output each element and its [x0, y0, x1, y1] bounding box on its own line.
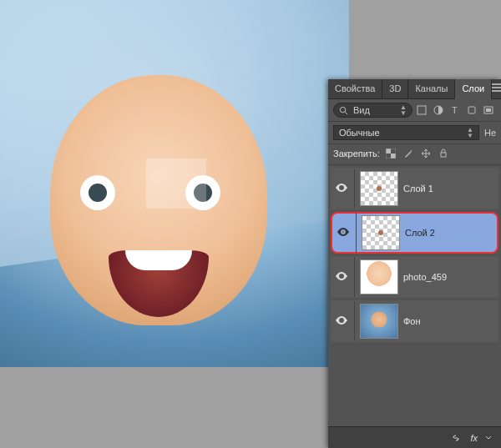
link-layers-icon[interactable]: [450, 432, 462, 444]
svg-text:T: T: [452, 105, 458, 115]
visibility-toggle-icon[interactable]: [337, 228, 349, 238]
svg-rect-9: [391, 154, 396, 159]
lock-position-icon[interactable]: [420, 148, 432, 159]
lock-label: Закрепить:: [333, 148, 380, 159]
svg-point-0: [340, 107, 345, 112]
canvas-area[interactable]: [0, 0, 355, 448]
layer-thumbnail[interactable]: [360, 259, 398, 294]
layer-name[interactable]: Фон: [403, 316, 421, 326]
filter-smart-icon[interactable]: [483, 104, 494, 116]
divider: [354, 257, 355, 297]
svg-point-14: [341, 275, 343, 278]
tab-properties[interactable]: Свойства: [328, 79, 382, 98]
chevron-down-icon[interactable]: [483, 432, 494, 444]
layer-row[interactable]: Слой 1: [331, 168, 498, 209]
blend-mode-select[interactable]: Обычные ▲▼: [333, 125, 479, 140]
layer-name[interactable]: photo_459: [403, 272, 447, 282]
panel-menu-icon[interactable]: [492, 79, 501, 98]
blend-opacity-row: Обычные ▲▼ Не: [328, 122, 501, 144]
divider: [354, 301, 355, 341]
filter-adjust-icon[interactable]: [433, 104, 444, 116]
eye-left: [80, 175, 115, 210]
visibility-toggle-icon[interactable]: [336, 316, 347, 326]
filter-type-icons: T: [416, 104, 496, 116]
svg-rect-8: [386, 148, 391, 154]
lock-pixels-icon[interactable]: [402, 148, 414, 159]
svg-point-13: [342, 231, 345, 234]
source-patch-rect: [146, 159, 206, 209]
panel-tabs: Свойства 3D Каналы Слои: [328, 79, 501, 99]
divider: [354, 169, 355, 209]
tab-channels[interactable]: Каналы: [408, 79, 455, 98]
filter-pixel-icon[interactable]: [416, 104, 428, 116]
svg-rect-11: [441, 153, 446, 157]
layer-name[interactable]: Слой 2: [405, 228, 435, 238]
filter-shape-icon[interactable]: [466, 104, 478, 116]
layers-list: Слой 1 Слой 2 photo_459 Фон: [328, 165, 501, 345]
layer-name[interactable]: Слой 1: [403, 184, 433, 194]
layer-row[interactable]: photo_459: [331, 256, 498, 298]
layer-row[interactable]: Слой 2: [331, 212, 498, 254]
svg-rect-5: [468, 107, 475, 113]
svg-point-15: [341, 320, 343, 322]
chevron-updown-icon: ▲▼: [400, 104, 407, 116]
chevron-updown-icon: ▲▼: [467, 127, 473, 138]
artboard: [0, 0, 349, 367]
visibility-toggle-icon[interactable]: [336, 184, 347, 194]
divider: [356, 213, 357, 253]
filter-text-icon[interactable]: T: [449, 104, 461, 116]
lock-row: Закрепить:: [328, 144, 501, 165]
opacity-label: Не: [484, 128, 496, 138]
layer-filter-select[interactable]: Вид ▲▼: [333, 103, 412, 118]
layers-panel: Свойства 3D Каналы Слои Вид ▲▼ T Обычные…: [328, 79, 501, 448]
layer-style-label[interactable]: fx: [470, 433, 478, 443]
tab-3d[interactable]: 3D: [382, 79, 408, 98]
layers-bottom-toolbar: fx: [328, 426, 501, 448]
layer-row[interactable]: Фон: [331, 300, 498, 342]
svg-point-12: [341, 187, 343, 189]
layer-filter-label: Вид: [353, 105, 370, 115]
tab-layers[interactable]: Слои: [455, 79, 492, 99]
svg-line-1: [345, 112, 347, 114]
svg-rect-7: [486, 108, 491, 112]
layer-filter-row: Вид ▲▼ T: [328, 99, 501, 122]
layer-thumbnail[interactable]: [360, 304, 398, 339]
visibility-toggle-icon[interactable]: [336, 272, 347, 282]
mouth: [109, 250, 209, 317]
layer-thumbnail[interactable]: [360, 171, 398, 206]
layer-thumbnail[interactable]: [362, 215, 400, 250]
lock-all-icon[interactable]: [438, 148, 449, 159]
svg-rect-2: [418, 106, 426, 114]
blend-mode-value: Обычные: [339, 128, 380, 138]
lock-transparency-icon[interactable]: [385, 148, 397, 159]
search-icon: [339, 106, 348, 115]
